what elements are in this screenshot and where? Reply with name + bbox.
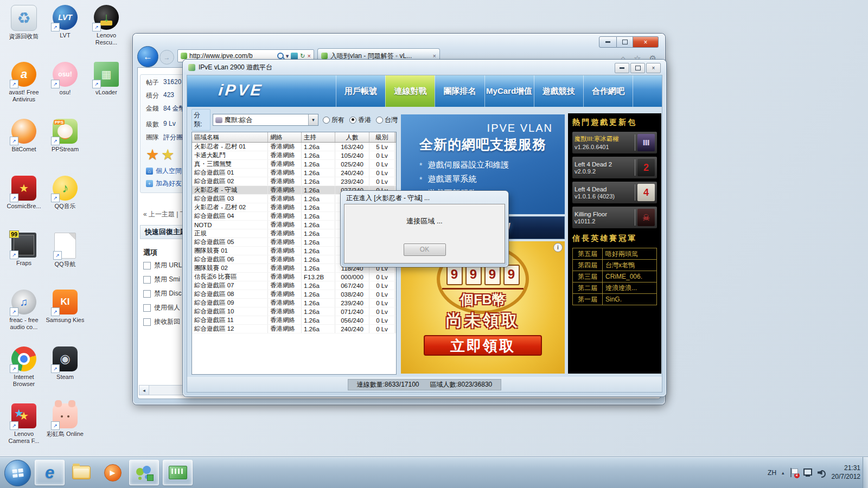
taskbar-vloader[interactable] (163, 460, 193, 485)
tray-expand-icon[interactable]: ▴ (782, 470, 784, 476)
promo-brand: IPVE VLAN (401, 114, 565, 134)
desktop-icon-label: 資源回收筒 (9, 33, 39, 40)
desktop-icon[interactable]: ★ CosmicBre... (3, 173, 44, 230)
network-status-icon[interactable] (803, 468, 812, 477)
topic-navigation[interactable]: « 上一主題 | 下 (143, 210, 187, 219)
room-row[interactable]: 綜合遊戲區 11 香港網絡 1.26a 056/240 0 Lv (192, 316, 396, 325)
shortcut-arrow-icon (10, 194, 18, 202)
column-header[interactable]: 主持 (302, 132, 335, 143)
game-update-item[interactable]: 魔獸III:寒冰霸權 v1.26.0.6401 Ⅲ (572, 132, 657, 153)
info-icon[interactable]: i (553, 243, 563, 252)
taskbar-internet-explorer[interactable]: e (35, 460, 65, 485)
divider (635, 134, 635, 151)
desktop-icon[interactable]: PPS PPStream (44, 116, 86, 173)
search-icon[interactable] (277, 53, 284, 59)
checkbox[interactable] (143, 318, 151, 326)
room-row[interactable]: 綜合遊戲區 02 香港網絡 1.26a 239/240 0 Lv (192, 177, 396, 186)
desktop-icon[interactable]: ★ Lenovo Camera F... (3, 401, 44, 458)
desktop-icon-image: ▦ (94, 62, 119, 87)
room-row[interactable]: 綜合遊戲區 09 香港網絡 1.26a 239/240 0 Lv (192, 299, 396, 307)
region-radio[interactable]: 所有 (323, 115, 344, 125)
desktop-icon-image (11, 346, 36, 371)
minimize-button[interactable] (599, 36, 617, 48)
desktop-icon[interactable]: ♫ freac - free audio co... (3, 287, 44, 344)
restore-button[interactable] (630, 63, 645, 73)
room-row[interactable]: 綜合遊戲區 12 香港網絡 1.26a 240/240 0 Lv (192, 325, 396, 333)
back-button[interactable]: ← (137, 46, 158, 67)
desktop-icon[interactable]: ◉ Steam (44, 344, 86, 401)
column-header[interactable]: 級別 (369, 132, 395, 143)
taskbar-messenger[interactable] (129, 460, 159, 485)
game-update-item[interactable]: Killing Floor v1011.2 ☠ (572, 207, 657, 228)
nav-tab[interactable]: 用戶帳號 (336, 75, 385, 107)
scroll-left-icon[interactable]: ◂ (139, 386, 149, 395)
column-header[interactable] (395, 132, 396, 143)
column-header[interactable]: 網絡 (268, 132, 302, 143)
start-button[interactable] (4, 460, 31, 486)
dropdown-icon[interactable]: ▾ (286, 53, 289, 60)
desktop-icon[interactable]: ▦ vLoader (86, 59, 127, 116)
volume-icon[interactable] (818, 469, 826, 477)
clock[interactable]: 21:31 20/7/2012 (832, 464, 860, 481)
link-icon: + (146, 180, 153, 187)
column-header[interactable]: 區域名稱 (192, 132, 268, 143)
ok-button[interactable]: OK (404, 243, 446, 256)
game-update-item[interactable]: Left 4 Dead 2 v2.0.9.2 2 (572, 157, 657, 178)
desktop-icon[interactable]: 99 Fraps (3, 230, 44, 287)
checkbox[interactable] (143, 290, 151, 298)
action-center-flag-icon[interactable]: × (790, 468, 798, 477)
room-row[interactable]: 卡通大亂鬥 香港網絡 1.26a 105/240 0 Lv (192, 151, 396, 160)
horizontal-scrollbar[interactable]: ◂ (139, 385, 187, 395)
category-dropdown[interactable]: 魔獸:綜合 ▼ (213, 114, 318, 126)
desktop-icon[interactable]: a avast! Free Antivirus (3, 59, 44, 116)
region-radio[interactable]: 香港 (349, 115, 371, 125)
room-row[interactable]: 綜合遊戲區 10 香港網絡 1.26a 071/240 0 Lv (192, 307, 396, 316)
room-row[interactable]: 綜合遊戲區 01 香港網絡 1.26a 240/240 0 Lv (192, 169, 396, 177)
desktop-icon[interactable]: ♪ QQ音乐 (44, 173, 86, 230)
desktop-icon[interactable]: KI Samsung Kies (44, 287, 86, 344)
checkbox[interactable] (143, 304, 151, 312)
show-desktop-button[interactable] (863, 457, 868, 488)
nav-tab[interactable]: 團隊排名 (435, 75, 484, 107)
nav-tab[interactable]: MyCard增值 (484, 75, 534, 107)
dropdown-arrow-icon[interactable]: ▼ (308, 114, 318, 125)
region-radio[interactable]: 台灣 (376, 115, 398, 125)
option-row: 接收新回 (143, 317, 182, 326)
language-indicator[interactable]: ZH (768, 469, 776, 477)
room-row[interactable]: 綜合遊戲區 07 香港網絡 1.26a 067/240 0 Lv (192, 281, 396, 290)
restore-button[interactable] (617, 36, 633, 48)
desktop-icon[interactable]: osu! osu! (44, 59, 86, 116)
taskbar-explorer[interactable] (66, 460, 96, 485)
compatibility-icon[interactable] (291, 53, 298, 60)
connection-count: 連線數量:8633/17100 (357, 380, 419, 389)
claim-now-button[interactable]: 立即領取 (424, 335, 542, 356)
desktop-icon[interactable]: QQ导航 (44, 230, 86, 287)
checkbox[interactable] (143, 276, 151, 284)
desktop-icon[interactable]: LVT LVT (44, 2, 86, 59)
desktop-icon[interactable]: ↓ Lenovo Rescu... (86, 2, 127, 59)
desktop-icon[interactable]: BitComet (3, 116, 44, 173)
taskbar-media-player[interactable]: ▶ (98, 460, 127, 485)
desktop-icon[interactable]: ♻ 資源回收筒 (3, 2, 44, 59)
room-row[interactable]: 綜合遊戲區 08 香港網絡 1.26a 038/240 0 Lv (192, 290, 396, 299)
tab-close-icon[interactable]: × (433, 53, 436, 59)
stop-icon[interactable]: × (308, 53, 311, 59)
minimize-button[interactable] (615, 63, 629, 73)
close-button[interactable]: × (646, 63, 661, 73)
desktop-icon-label: osu! (60, 89, 71, 96)
column-header[interactable]: 人數 (335, 132, 369, 143)
room-row[interactable]: 火影忍者 - 忍村 01 香港網絡 1.26a 163/240 5 Lv (192, 143, 396, 151)
room-row[interactable]: 真・三國無雙 香港網絡 1.26a 025/240 0 Lv (192, 160, 396, 169)
desktop-icon[interactable]: 彩虹島 Online (44, 401, 86, 458)
room-row[interactable]: 信長盃6 比賽區 香港網絡 F13.2B 000/000 0 Lv (192, 273, 396, 281)
nav-tab[interactable]: 遊戲競技 (534, 75, 583, 107)
game-update-item[interactable]: Left 4 Dead v1.0.1.6 (4023) 4 (572, 182, 657, 203)
checkbox[interactable] (143, 262, 151, 269)
nav-tab[interactable]: 連線對戰 (385, 75, 435, 107)
refresh-icon[interactable]: ↻ (300, 53, 305, 60)
forward-button[interactable]: → (159, 50, 174, 65)
close-button[interactable]: × (633, 36, 659, 48)
desktop-icon[interactable]: Internet Browser (3, 344, 44, 401)
nav-tab[interactable]: 合作網吧 (583, 75, 633, 107)
game-window-titlebar[interactable]: IPvE vLan 2900 遊戲平台 (188, 63, 272, 72)
